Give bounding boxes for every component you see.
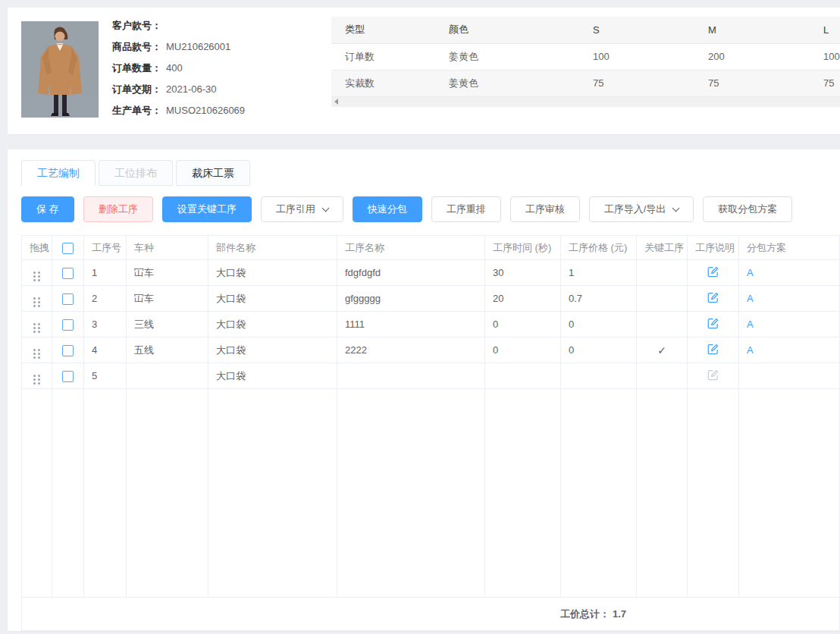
empty-cell bbox=[52, 389, 84, 598]
field-label: 订单交期： bbox=[112, 83, 161, 96]
cell-part: 大口袋 bbox=[208, 363, 337, 389]
drag-handle-icon[interactable] bbox=[33, 271, 40, 281]
subpackage-plan-link[interactable]: A bbox=[747, 344, 754, 356]
cell-note bbox=[688, 286, 739, 312]
quick-pack-button-label: 快速分包 bbox=[368, 202, 407, 216]
empty-table-area bbox=[22, 389, 840, 598]
cell-price: 0.7 bbox=[561, 286, 637, 312]
process-import-export-dropdown[interactable]: 工序导入/导出 bbox=[589, 196, 694, 222]
col-part: 部件名称 bbox=[208, 236, 337, 260]
cell-time: 20 bbox=[485, 286, 561, 312]
tab-station-layout[interactable]: 工位排布 bbox=[99, 160, 173, 186]
scroll-left-icon[interactable] bbox=[334, 99, 338, 105]
cell-select bbox=[52, 286, 84, 312]
drag-handle-icon[interactable] bbox=[33, 323, 40, 333]
row-checkbox[interactable] bbox=[62, 319, 74, 331]
cell-drag bbox=[22, 312, 52, 337]
row-checkbox[interactable] bbox=[62, 345, 74, 356]
select-all-checkbox[interactable] bbox=[62, 243, 74, 254]
edit-note-icon[interactable] bbox=[707, 265, 719, 278]
cell-name: gfggggg bbox=[337, 286, 485, 312]
total-price-value: 1.7 bbox=[613, 608, 626, 620]
product-summary-card: 客户款号： 商品款号： MU210626001 订单数量： 400 订单交期： … bbox=[8, 8, 840, 134]
col-size-l: L bbox=[810, 17, 840, 43]
drag-handle-icon[interactable] bbox=[33, 375, 40, 384]
field-value: 2021-06-30 bbox=[166, 83, 217, 96]
cell-drag bbox=[22, 363, 52, 389]
empty-cell bbox=[485, 389, 561, 598]
row-checkbox[interactable] bbox=[62, 293, 74, 305]
save-button-label: 保 存 bbox=[36, 202, 59, 216]
cell-note bbox=[688, 363, 739, 389]
audit-button-label: 工序审核 bbox=[525, 202, 565, 216]
chevron-down-icon bbox=[672, 205, 680, 212]
info-row-product-style: 商品款号： MU210626001 bbox=[112, 41, 331, 53]
cell-note bbox=[688, 312, 739, 337]
empty-cell bbox=[208, 389, 337, 598]
cell-key-mark bbox=[637, 286, 688, 312]
subpackage-plan-link[interactable]: A bbox=[747, 293, 754, 304]
col-price: 工序价格 (元) bbox=[561, 236, 637, 260]
cell-s: 75 bbox=[579, 70, 694, 96]
horizontal-scrollbar[interactable] bbox=[331, 97, 840, 107]
process-audit-button[interactable]: 工序审核 bbox=[510, 196, 580, 222]
field-label: 订单数量： bbox=[112, 62, 161, 74]
size-table-header-row: 类型 颜色 S M L bbox=[331, 17, 840, 43]
cell-time: 0 bbox=[485, 337, 561, 363]
edit-note-icon[interactable] bbox=[707, 291, 719, 304]
cell-price: 0 bbox=[561, 312, 637, 337]
cell-l: 75 bbox=[810, 70, 840, 96]
tab-cutting-ticket[interactable]: 裁床工票 bbox=[176, 160, 250, 186]
set-key-process-button[interactable]: 设置关键工序 bbox=[162, 196, 252, 222]
get-subpackage-plan-button[interactable]: 获取分包方案 bbox=[703, 196, 792, 222]
drag-handle-icon[interactable] bbox=[33, 349, 40, 359]
subpackage-plan-link[interactable]: A bbox=[747, 319, 754, 330]
cell-name: fdgfdgfd bbox=[337, 260, 485, 286]
table-row: 4 五线 大口袋 2222 0 0 ✓ A bbox=[22, 337, 840, 363]
cell-price: 1 bbox=[561, 260, 637, 286]
edit-note-icon[interactable] bbox=[707, 317, 719, 330]
empty-cell bbox=[337, 389, 485, 598]
edit-note-icon-disabled bbox=[707, 369, 719, 381]
cell-select bbox=[52, 312, 84, 337]
cell-seq: 4 bbox=[84, 337, 127, 363]
cell-select bbox=[52, 363, 84, 389]
tab-process-編制[interactable]: 工艺编制 bbox=[21, 160, 96, 186]
cell-part: 大口袋 bbox=[208, 337, 337, 363]
cell-m: 200 bbox=[694, 43, 810, 70]
cell-key-mark bbox=[637, 260, 688, 286]
col-drag: 拖拽 bbox=[22, 236, 52, 260]
process-reorder-button[interactable]: 工序重排 bbox=[431, 196, 501, 222]
empty-cell bbox=[637, 389, 688, 598]
cell-part: 大口袋 bbox=[208, 286, 337, 312]
info-row-customer-style: 客户款号： bbox=[112, 20, 331, 32]
size-table-container: 类型 颜色 S M L 订单数 姜黄色 100 200 100 实裁数 姜黄色 bbox=[331, 17, 840, 134]
subpackage-plan-link[interactable]: A bbox=[747, 267, 754, 278]
field-value: MUSO210626069 bbox=[166, 105, 245, 117]
cell-seq: 2 bbox=[84, 286, 127, 312]
drag-handle-icon[interactable] bbox=[33, 297, 40, 307]
product-photo bbox=[21, 21, 99, 118]
col-machine: 车种 bbox=[127, 236, 208, 260]
row-checkbox[interactable] bbox=[62, 268, 74, 279]
empty-cell bbox=[739, 389, 840, 598]
cell-m: 75 bbox=[694, 70, 810, 96]
quick-subpackage-button[interactable]: 快速分包 bbox=[353, 196, 422, 222]
empty-cell bbox=[688, 389, 739, 598]
delete-process-button[interactable]: 删除工序 bbox=[83, 196, 153, 222]
cell-select bbox=[52, 337, 84, 363]
cell-key-mark bbox=[637, 363, 688, 389]
save-button[interactable]: 保 存 bbox=[21, 196, 74, 222]
cell-color: 姜黄色 bbox=[435, 43, 579, 70]
cell-drag bbox=[22, 337, 52, 363]
edit-note-icon[interactable] bbox=[707, 343, 719, 356]
col-key: 关键工序 bbox=[637, 236, 688, 260]
cell-machine: 三线 bbox=[127, 312, 208, 337]
import-export-button-label: 工序导入/导出 bbox=[604, 202, 666, 216]
cell-time: 0 bbox=[485, 312, 561, 337]
table-row: 5 大口袋 bbox=[22, 363, 840, 389]
table-summary-footer: 工价总计： 1.7 bbox=[21, 598, 840, 631]
row-checkbox[interactable] bbox=[62, 371, 74, 382]
process-refer-dropdown[interactable]: 工序引用 bbox=[261, 196, 343, 222]
col-size-m: M bbox=[694, 17, 810, 43]
